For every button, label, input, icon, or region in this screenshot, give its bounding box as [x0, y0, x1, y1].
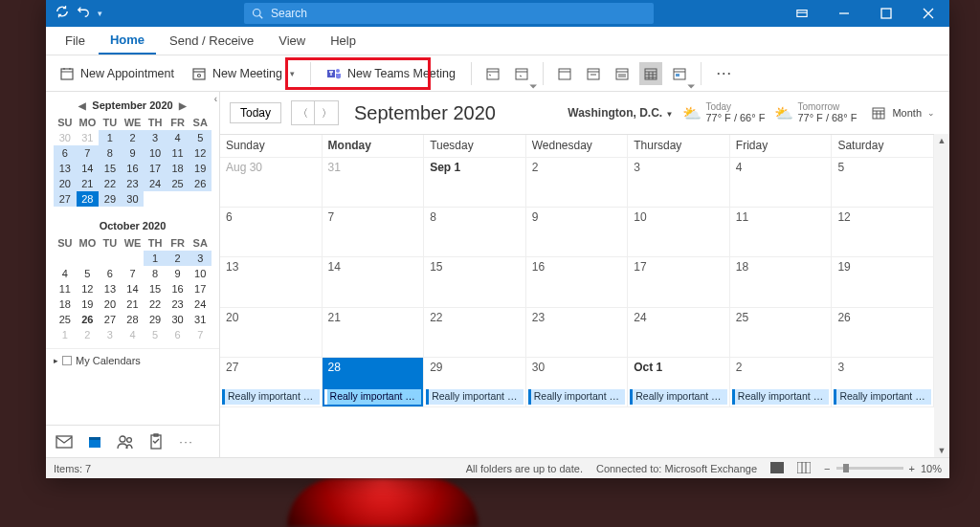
calendar-event[interactable]: Really important m…: [630, 389, 727, 405]
mini-cal-day[interactable]: 26: [77, 312, 100, 327]
mini-cal-day[interactable]: 8: [144, 266, 167, 281]
calendar-event[interactable]: Really important m…: [426, 389, 523, 405]
zoom-in-icon[interactable]: +: [909, 463, 915, 474]
day-cell[interactable]: 7: [323, 208, 425, 257]
day-cell[interactable]: 15: [424, 257, 526, 307]
mini-cal-day[interactable]: 7: [122, 266, 145, 281]
day-cell[interactable]: 21: [323, 308, 425, 358]
mini-cal-day[interactable]: 12: [77, 281, 100, 296]
mini-cal-day[interactable]: 4: [122, 327, 145, 342]
day-cell[interactable]: 26: [832, 308, 934, 358]
day-cell[interactable]: 14: [323, 257, 425, 307]
mini-cal-day[interactable]: 10: [144, 145, 167, 161]
mini-cal-day[interactable]: 17: [189, 281, 212, 296]
day-cell[interactable]: 6: [220, 208, 323, 257]
month-grid[interactable]: SundayMondayTuesdayWednesdayThursdayFrid…: [220, 134, 934, 457]
chevron-down-icon[interactable]: ▾: [290, 69, 295, 78]
maximize-button[interactable]: [865, 0, 907, 27]
mini-cal-day[interactable]: 3: [189, 251, 212, 266]
zoom-control[interactable]: − + 10%: [824, 463, 942, 474]
weather-tomorrow[interactable]: ⛅ Tomorrow77° F / 68° F: [774, 101, 857, 123]
day-cell[interactable]: 9: [526, 208, 629, 257]
mini-cal-day[interactable]: 21: [122, 296, 145, 312]
mini-cal-day[interactable]: 26: [189, 176, 212, 191]
mini-cal-day[interactable]: 23: [122, 176, 145, 191]
mini-cal-day[interactable]: 6: [167, 327, 189, 342]
mini-cal-day[interactable]: 25: [54, 312, 77, 327]
mini-cal-day[interactable]: 14: [77, 161, 100, 176]
mini-cal-day[interactable]: 5: [144, 327, 167, 342]
my-calendars-group[interactable]: ▸ My Calendars: [46, 348, 219, 372]
tab-home[interactable]: Home: [99, 27, 156, 55]
mini-cal-day[interactable]: 23: [167, 296, 189, 312]
undo-icon[interactable]: [77, 5, 90, 22]
view-reading-icon[interactable]: [797, 462, 811, 475]
mini-cal-day[interactable]: 15: [144, 281, 167, 296]
mini-cal-day[interactable]: 1: [99, 130, 122, 145]
mini-cal-day[interactable]: 15: [99, 161, 122, 176]
day-cell[interactable]: 23: [526, 308, 629, 358]
mini-cal-day[interactable]: 3: [99, 327, 122, 342]
tasks-module-icon[interactable]: [147, 433, 165, 450]
people-module-icon[interactable]: [117, 433, 134, 450]
mini-cal-day[interactable]: 27: [54, 191, 77, 207]
weather-location[interactable]: Washington, D.C. ▼: [568, 106, 673, 120]
mini-cal-day[interactable]: 31: [77, 130, 100, 145]
search-box[interactable]: [244, 3, 654, 24]
mini-cal-day[interactable]: 19: [189, 161, 212, 176]
scroll-down-icon[interactable]: ▼: [938, 444, 947, 457]
checkbox-icon[interactable]: [62, 356, 72, 365]
scroll-up-icon[interactable]: ▲: [938, 134, 947, 147]
mini-cal-day[interactable]: 14: [122, 281, 145, 296]
mini-cal-day[interactable]: 3: [144, 130, 167, 145]
mini-cal-day[interactable]: 4: [167, 130, 189, 145]
day-cell[interactable]: 28Really important m…: [323, 358, 425, 407]
day-cell[interactable]: Sep 1: [424, 158, 526, 208]
day-view-button[interactable]: [553, 62, 576, 85]
mini-cal-day[interactable]: 21: [77, 176, 100, 191]
day-cell[interactable]: 22: [424, 308, 526, 358]
mini-cal-day[interactable]: 22: [99, 176, 122, 191]
view-normal-icon[interactable]: [770, 462, 784, 475]
day-cell[interactable]: 2Really important m…: [730, 358, 833, 407]
next-7-days-button[interactable]: ◢: [510, 62, 533, 85]
mini-cal-day[interactable]: 11: [54, 281, 77, 296]
nav-overflow-icon[interactable]: ···: [178, 433, 195, 450]
mini-cal-day[interactable]: 20: [99, 296, 122, 312]
mini-cal-day[interactable]: 30: [54, 130, 77, 145]
mini-calendar-title[interactable]: September 2020: [92, 99, 172, 111]
zoom-out-icon[interactable]: −: [824, 463, 830, 474]
day-cell[interactable]: 12: [832, 208, 934, 257]
mini-cal-day[interactable]: 9: [167, 266, 189, 281]
prev-month-icon[interactable]: ◀: [78, 100, 86, 111]
day-cell[interactable]: Aug 30: [220, 158, 323, 208]
mini-calendar-title[interactable]: October 2020: [100, 220, 167, 231]
day-cell[interactable]: 24: [628, 308, 730, 358]
day-cell[interactable]: 18: [730, 257, 833, 307]
day-cell[interactable]: 17: [628, 257, 730, 307]
minimize-button[interactable]: [823, 0, 865, 27]
mini-cal-day[interactable]: 7: [77, 145, 100, 161]
mini-cal-day[interactable]: 6: [54, 145, 77, 161]
mini-cal-day[interactable]: 27: [99, 312, 122, 327]
next-period-button[interactable]: 〉: [315, 101, 338, 124]
mini-cal-day[interactable]: 5: [189, 130, 212, 145]
tab-help[interactable]: Help: [319, 28, 368, 54]
mini-cal-day[interactable]: 8: [99, 145, 122, 161]
day-cell[interactable]: 11: [730, 208, 833, 257]
day-cell[interactable]: 10: [628, 208, 730, 257]
weather-today[interactable]: ⛅ Today77° F / 66° F: [682, 101, 765, 123]
tab-file[interactable]: File: [54, 28, 97, 54]
mini-cal-day[interactable]: 31: [189, 312, 212, 327]
mini-cal-day[interactable]: 5: [77, 266, 100, 281]
today-button[interactable]: Today: [230, 102, 281, 123]
mini-cal-day[interactable]: 22: [144, 296, 167, 312]
day-cell[interactable]: 25: [730, 308, 833, 358]
day-cell[interactable]: 3Really important m…: [832, 358, 934, 407]
mini-cal-day[interactable]: 30: [167, 312, 189, 327]
new-meeting-button[interactable]: New Meeting ▾: [186, 62, 301, 85]
calendar-event[interactable]: Really important m…: [528, 389, 626, 405]
mini-cal-day[interactable]: 30: [122, 191, 145, 207]
vertical-scrollbar[interactable]: ▲ ▼: [934, 134, 949, 457]
mini-cal-day[interactable]: 24: [144, 176, 167, 191]
